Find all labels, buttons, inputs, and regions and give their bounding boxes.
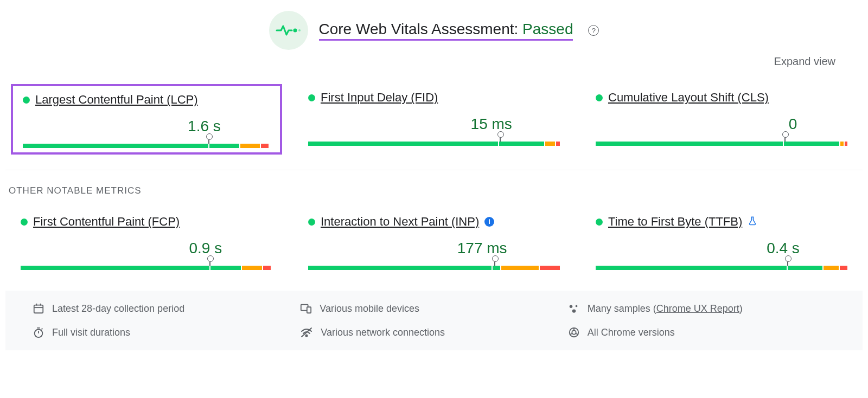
metric-first-input-delay-fid-value: 15 ms [308, 115, 560, 133]
chrome-ux-report-link[interactable]: Chrome UX Report [656, 303, 739, 314]
bar-segment [501, 266, 539, 270]
vitals-icon [269, 11, 308, 50]
metric-time-to-first-byte-ttfb-distribution-bar [596, 258, 847, 270]
svg-point-8 [569, 305, 572, 309]
bar-segment [493, 266, 500, 270]
metric-largest-contentful-paint-lcp-value: 1.6 s [23, 118, 270, 135]
bar-segment [840, 142, 844, 146]
bar-segment [23, 144, 208, 148]
svg-rect-7 [307, 307, 311, 313]
marker-icon [494, 258, 495, 266]
metric-first-contentful-paint-fcp-link[interactable]: First Contentful Paint (FCP) [33, 215, 180, 229]
footer-samples: Many samples (Chrome UX Report) [568, 303, 835, 314]
bar-segment [242, 266, 262, 270]
bar-segment [596, 266, 787, 270]
footer-samples-prefix: Many samples ( [588, 303, 656, 314]
marker-icon [209, 258, 210, 266]
assessment-header: Core Web Vitals Assessment: Passed ? [5, 11, 863, 50]
marker-icon [787, 258, 788, 266]
metric-interaction-to-next-paint-inp-card: Interaction to Next Paint (INP)i177 ms [298, 208, 570, 274]
metric-first-input-delay-fid-distribution-bar [308, 134, 560, 146]
bar-segment [545, 142, 555, 146]
other-metrics-heading: OTHER NOTABLE METRICS [9, 185, 863, 196]
svg-point-1 [298, 29, 301, 31]
status-dot-icon [21, 219, 28, 226]
svg-point-0 [293, 29, 297, 33]
svg-point-10 [572, 309, 575, 312]
metric-first-input-delay-fid-card: First Input Delay (FID)15 ms [298, 84, 570, 155]
metric-interaction-to-next-paint-inp-distribution-bar [308, 258, 560, 270]
footer-versions: All Chrome versions [568, 326, 835, 338]
help-icon[interactable]: ? [588, 25, 599, 36]
svg-point-15 [306, 335, 308, 337]
footer-samples-suffix: ) [739, 303, 743, 314]
svg-line-20 [570, 333, 572, 335]
bar-segment [556, 142, 560, 146]
metric-cumulative-layout-shift-cls-header: Cumulative Layout Shift (CLS) [596, 91, 847, 105]
footer-network-text: Various network connections [321, 327, 445, 338]
metric-interaction-to-next-paint-inp-value: 177 ms [308, 240, 560, 257]
metric-time-to-first-byte-ttfb-link[interactable]: Time to First Byte (TTFB) [608, 215, 742, 229]
metric-first-contentful-paint-fcp-distribution-bar [21, 258, 272, 270]
bar-segment [240, 144, 260, 148]
status-dot-icon [596, 219, 603, 226]
metric-largest-contentful-paint-lcp-header: Largest Contentful Paint (LCP) [23, 93, 270, 107]
metric-largest-contentful-paint-lcp-distribution-bar [23, 136, 270, 148]
metric-cumulative-layout-shift-cls-link[interactable]: Cumulative Layout Shift (CLS) [608, 91, 769, 105]
svg-point-9 [575, 305, 577, 307]
bar-segment [840, 266, 847, 270]
footer-info: Latest 28-day collection period Various … [5, 291, 863, 350]
metric-interaction-to-next-paint-inp-header: Interaction to Next Paint (INP)i [308, 215, 560, 229]
bar-segment [499, 142, 544, 146]
footer-devices-text: Various mobile devices [320, 303, 419, 314]
bar-segment [21, 266, 209, 270]
marker-icon [784, 134, 786, 142]
bar-segment [261, 144, 269, 148]
bar-segment [209, 144, 239, 148]
expand-view-link[interactable]: Expand view [774, 55, 835, 67]
bar-segment [210, 266, 241, 270]
metric-first-input-delay-fid-link[interactable]: First Input Delay (FID) [321, 91, 438, 105]
svg-rect-2 [34, 305, 43, 313]
assessment-title: Core Web Vitals Assessment: Passed [319, 21, 573, 41]
bar-segment [788, 266, 823, 270]
metric-cumulative-layout-shift-cls-distribution-bar [596, 134, 847, 146]
assessment-title-prefix: Core Web Vitals Assessment: [319, 21, 523, 37]
footer-durations-text: Full visit durations [52, 327, 130, 338]
assessment-status: Passed [522, 21, 573, 37]
metric-largest-contentful-paint-lcp-card: Largest Contentful Paint (LCP)1.6 s [11, 84, 282, 155]
svg-line-14 [42, 329, 43, 330]
bar-segment [308, 142, 498, 146]
info-icon[interactable]: i [484, 217, 494, 227]
metric-first-contentful-paint-fcp-value: 0.9 s [21, 240, 272, 257]
bar-segment [824, 266, 839, 270]
metric-cumulative-layout-shift-cls-value: 0 [596, 115, 847, 133]
metric-interaction-to-next-paint-inp-link[interactable]: Interaction to Next Paint (INP) [321, 215, 479, 229]
metric-time-to-first-byte-ttfb-card: Time to First Byte (TTFB)0.4 s [586, 208, 857, 274]
footer-period: Latest 28-day collection period [33, 303, 300, 314]
footer-network: Various network connections [300, 326, 567, 338]
svg-point-11 [35, 330, 43, 338]
status-dot-icon [23, 97, 30, 104]
bar-segment [596, 142, 783, 146]
footer-versions-text: All Chrome versions [588, 327, 675, 338]
metric-time-to-first-byte-ttfb-header: Time to First Byte (TTFB) [596, 215, 847, 229]
lab-icon[interactable] [748, 216, 757, 228]
footer-period-text: Latest 28-day collection period [52, 303, 184, 314]
bar-segment [263, 266, 271, 270]
bar-segment [784, 142, 839, 146]
footer-durations: Full visit durations [33, 326, 300, 338]
footer-devices: Various mobile devices [300, 303, 567, 314]
core-metrics-grid: Largest Contentful Paint (LCP)1.6 sFirst… [5, 84, 863, 170]
metric-first-contentful-paint-fcp-header: First Contentful Paint (FCP) [21, 215, 272, 229]
status-dot-icon [308, 94, 315, 101]
marker-icon [500, 134, 501, 142]
svg-line-21 [575, 333, 578, 335]
bar-segment [845, 142, 847, 146]
metric-largest-contentful-paint-lcp-link[interactable]: Largest Contentful Paint (LCP) [35, 93, 198, 107]
bar-segment [308, 266, 492, 270]
metric-time-to-first-byte-ttfb-value: 0.4 s [596, 240, 847, 257]
metric-cumulative-layout-shift-cls-card: Cumulative Layout Shift (CLS)0 [586, 84, 857, 155]
marker-icon [208, 136, 209, 144]
other-metrics-grid: First Contentful Paint (FCP)0.9 sInterac… [5, 208, 863, 274]
